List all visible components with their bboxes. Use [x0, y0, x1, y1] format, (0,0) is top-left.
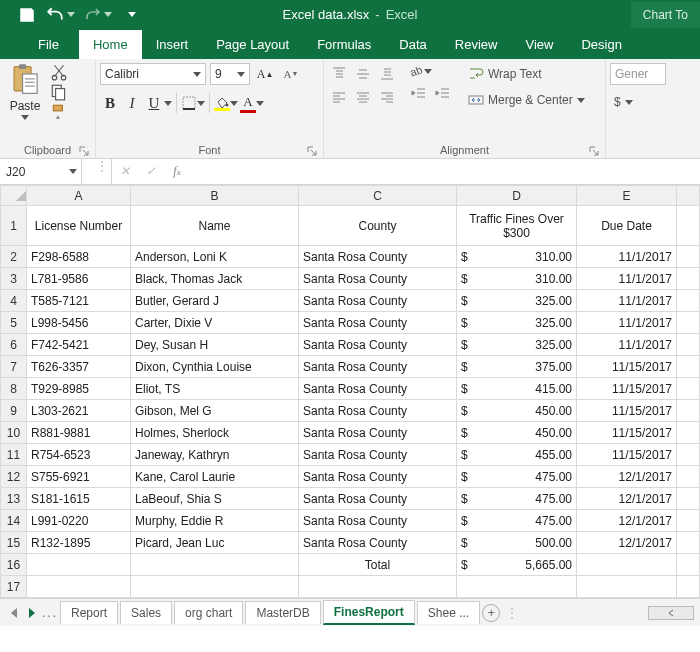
number-format-combo[interactable]: Gener: [610, 63, 666, 85]
total-amount[interactable]: $5,665.00: [457, 554, 577, 576]
cell-due[interactable]: 12/1/2017: [577, 488, 677, 510]
sheet-tab-sales[interactable]: Sales: [120, 601, 172, 624]
dialog-launcher-icon[interactable]: [589, 146, 599, 156]
cut-icon[interactable]: [50, 63, 68, 81]
cell-fines[interactable]: $450.00: [457, 400, 577, 422]
cell-due[interactable]: 12/1/2017: [577, 532, 677, 554]
cell-fines[interactable]: $325.00: [457, 312, 577, 334]
col-header[interactable]: E: [577, 186, 677, 206]
row-header[interactable]: 7: [1, 356, 27, 378]
cell-fines[interactable]: $325.00: [457, 334, 577, 356]
save-icon[interactable]: [18, 6, 36, 24]
cell-license[interactable]: R132-1895: [27, 532, 131, 554]
header-name[interactable]: Name: [131, 206, 299, 246]
align-right-icon[interactable]: [376, 87, 398, 109]
tab-insert[interactable]: Insert: [142, 30, 203, 59]
col-header[interactable]: C: [299, 186, 457, 206]
tab-design[interactable]: Design: [567, 30, 635, 59]
cell-name[interactable]: Dixon, Cynthia Louise: [131, 356, 299, 378]
cell-name[interactable]: Holmes, Sherlock: [131, 422, 299, 444]
cell-county[interactable]: Santa Rosa County: [299, 356, 457, 378]
cell-name[interactable]: LaBeouf, Shia S: [131, 488, 299, 510]
cell-due[interactable]: 11/15/2017: [577, 422, 677, 444]
cell-license[interactable]: S181-1615: [27, 488, 131, 510]
row-header[interactable]: 12: [1, 466, 27, 488]
align-left-icon[interactable]: [328, 87, 350, 109]
cell-fines[interactable]: $475.00: [457, 466, 577, 488]
increase-indent-icon[interactable]: [432, 83, 454, 105]
cell-name[interactable]: Eliot, TS: [131, 378, 299, 400]
row-header[interactable]: 5: [1, 312, 27, 334]
formula-input[interactable]: [190, 159, 700, 184]
tab-review[interactable]: Review: [441, 30, 512, 59]
italic-button[interactable]: I: [122, 95, 142, 112]
cell-due[interactable]: 11/15/2017: [577, 400, 677, 422]
accounting-format-button[interactable]: $: [610, 91, 696, 113]
underline-button[interactable]: U: [144, 95, 172, 112]
redo-button[interactable]: [85, 7, 112, 23]
format-painter-icon[interactable]: [50, 103, 68, 121]
row-header[interactable]: 1: [1, 206, 27, 246]
cell-due[interactable]: 11/1/2017: [577, 290, 677, 312]
horizontal-scroll-left-icon[interactable]: [648, 606, 694, 620]
row-header[interactable]: 17: [1, 576, 27, 598]
cell-county[interactable]: Santa Rosa County: [299, 268, 457, 290]
tab-home[interactable]: Home: [79, 30, 142, 59]
cell-county[interactable]: Santa Rosa County: [299, 444, 457, 466]
sheet-tab-masterdb[interactable]: MasterDB: [245, 601, 320, 624]
row-header[interactable]: 10: [1, 422, 27, 444]
row-header[interactable]: 14: [1, 510, 27, 532]
cell-due[interactable]: 11/1/2017: [577, 246, 677, 268]
dialog-launcher-icon[interactable]: [79, 146, 89, 156]
cell-license[interactable]: F742-5421: [27, 334, 131, 356]
cell-due[interactable]: 11/15/2017: [577, 444, 677, 466]
increase-font-icon[interactable]: A▲: [254, 63, 276, 85]
col-header[interactable]: A: [27, 186, 131, 206]
sheet-nav-next-icon[interactable]: [24, 605, 40, 621]
tab-formulas[interactable]: Formulas: [303, 30, 385, 59]
cell-license[interactable]: R754-6523: [27, 444, 131, 466]
undo-button[interactable]: [46, 6, 75, 24]
cell-due[interactable]: 12/1/2017: [577, 510, 677, 532]
cell-fines[interactable]: $450.00: [457, 422, 577, 444]
sheet-tab-report[interactable]: Report: [60, 601, 118, 624]
cell-name[interactable]: Murphy, Eddie R: [131, 510, 299, 532]
row-header[interactable]: 4: [1, 290, 27, 312]
cell-license[interactable]: L781-9586: [27, 268, 131, 290]
font-color-button[interactable]: A: [240, 94, 264, 113]
new-sheet-button[interactable]: +: [482, 604, 500, 622]
cell-license[interactable]: R881-9881: [27, 422, 131, 444]
header-county[interactable]: County: [299, 206, 457, 246]
decrease-indent-icon[interactable]: [408, 83, 430, 105]
cell-due[interactable]: 11/15/2017: [577, 356, 677, 378]
paste-button[interactable]: Paste: [4, 63, 46, 120]
header-fines[interactable]: Traffic Fines Over $300: [457, 206, 577, 246]
cell-name[interactable]: Janeway, Kathryn: [131, 444, 299, 466]
cell-license[interactable]: S755-6921: [27, 466, 131, 488]
align-top-icon[interactable]: [328, 63, 350, 85]
sheet-tab-shee[interactable]: Shee ...: [417, 601, 480, 624]
cell-due[interactable]: 11/15/2017: [577, 378, 677, 400]
cell-license[interactable]: T585-7121: [27, 290, 131, 312]
cell-name[interactable]: Gibson, Mel G: [131, 400, 299, 422]
cell-county[interactable]: Santa Rosa County: [299, 400, 457, 422]
fill-color-button[interactable]: [214, 96, 238, 111]
cell-due[interactable]: 11/1/2017: [577, 268, 677, 290]
cell-fines[interactable]: $475.00: [457, 488, 577, 510]
merge-center-button[interactable]: Merge & Center: [464, 89, 589, 111]
font-name-combo[interactable]: Calibri: [100, 63, 206, 85]
cell-name[interactable]: Dey, Susan H: [131, 334, 299, 356]
cell-name[interactable]: Picard, Jean Luc: [131, 532, 299, 554]
align-bottom-icon[interactable]: [376, 63, 398, 85]
border-button[interactable]: [181, 95, 205, 111]
cell-due[interactable]: 12/1/2017: [577, 466, 677, 488]
cell-due[interactable]: 11/1/2017: [577, 312, 677, 334]
cell-fines[interactable]: $375.00: [457, 356, 577, 378]
cell-license[interactable]: F298-6588: [27, 246, 131, 268]
cell-county[interactable]: Santa Rosa County: [299, 290, 457, 312]
cell-name[interactable]: Anderson, Loni K: [131, 246, 299, 268]
cell-fines[interactable]: $310.00: [457, 268, 577, 290]
name-box[interactable]: J20: [0, 159, 82, 184]
sheet-tab-org-chart[interactable]: org chart: [174, 601, 243, 624]
enter-formula-icon[interactable]: ✓: [138, 159, 164, 184]
